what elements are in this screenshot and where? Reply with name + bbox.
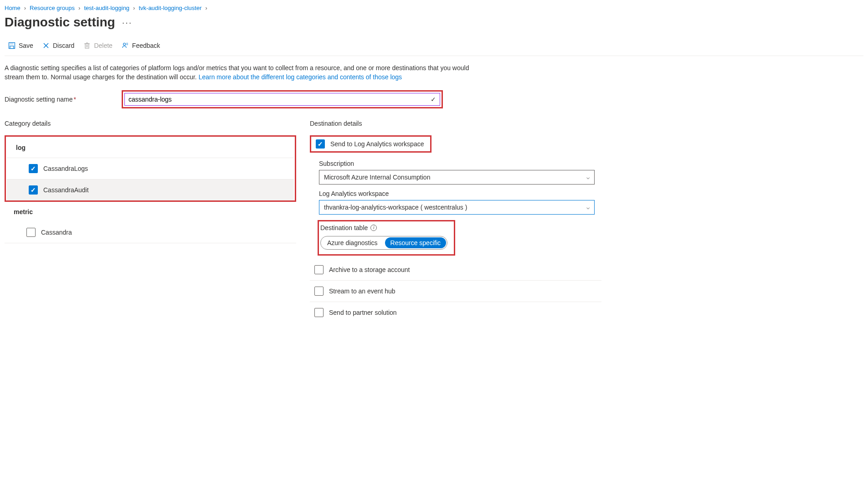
breadcrumb-resource-groups[interactable]: Resource groups bbox=[30, 5, 75, 11]
chevron-right-icon: › bbox=[205, 5, 207, 11]
check-icon: ✓ bbox=[431, 96, 436, 103]
checkbox-send-law[interactable] bbox=[316, 139, 325, 149]
toolbar: Save Discard Delete Feedback bbox=[5, 41, 863, 56]
checkbox-archive[interactable] bbox=[314, 265, 324, 274]
pill-resource-specific[interactable]: Resource specific bbox=[385, 237, 447, 248]
breadcrumb-home[interactable]: Home bbox=[5, 5, 21, 11]
chevron-down-icon: ⌵ bbox=[586, 174, 590, 180]
discard-button[interactable]: Discard bbox=[42, 41, 74, 50]
trash-icon bbox=[83, 42, 91, 49]
metric-label: Cassandra bbox=[41, 229, 72, 236]
save-button[interactable]: Save bbox=[8, 41, 33, 50]
checkbox-cassandra[interactable] bbox=[26, 228, 36, 237]
learn-more-link[interactable]: Learn more about the different log categ… bbox=[199, 73, 402, 81]
svg-rect-1 bbox=[10, 43, 13, 45]
description-text: A diagnostic setting specifies a list of… bbox=[5, 63, 483, 82]
info-icon[interactable]: i bbox=[370, 225, 377, 231]
stream-label: Stream to an event hub bbox=[329, 287, 395, 295]
destination-details-title: Destination details bbox=[310, 120, 601, 127]
setting-name-input[interactable] bbox=[124, 93, 440, 106]
send-law-label: Send to Log Analytics workspace bbox=[330, 140, 424, 148]
svg-point-10 bbox=[123, 43, 125, 46]
breadcrumb: Home › Resource groups › test-audit-logg… bbox=[5, 5, 863, 11]
metric-row-cassandra[interactable]: Cassandra bbox=[5, 222, 296, 243]
category-details-title: Category details bbox=[5, 120, 296, 127]
chevron-right-icon: › bbox=[78, 5, 80, 11]
checkbox-stream[interactable] bbox=[314, 287, 324, 296]
chevron-right-icon: › bbox=[24, 5, 26, 11]
close-icon bbox=[42, 42, 50, 49]
destination-table-toggle[interactable]: Azure diagnostics Resource specific bbox=[320, 236, 447, 250]
breadcrumb-group[interactable]: test-audit-logging bbox=[84, 5, 129, 11]
workspace-label: Log Analytics workspace bbox=[319, 190, 601, 197]
partner-label: Send to partner solution bbox=[329, 309, 397, 316]
checkbox-cassandralogs[interactable] bbox=[29, 164, 38, 173]
partner-row[interactable]: Send to partner solution bbox=[310, 302, 601, 323]
delete-button: Delete bbox=[83, 41, 112, 50]
feedback-icon bbox=[122, 42, 129, 49]
chevron-right-icon: › bbox=[133, 5, 135, 11]
destination-table-label: Destination table bbox=[320, 224, 368, 231]
archive-label: Archive to a storage account bbox=[329, 266, 410, 273]
save-icon bbox=[8, 42, 15, 49]
checkbox-cassandraaudit[interactable] bbox=[29, 185, 38, 195]
checkbox-partner[interactable] bbox=[314, 308, 324, 317]
page-title: Diagnostic setting bbox=[5, 15, 115, 30]
more-actions-button[interactable]: ··· bbox=[122, 17, 133, 28]
subscription-dropdown[interactable]: Microsoft Azure Internal Consumption ⌵ bbox=[319, 170, 595, 185]
svg-rect-5 bbox=[85, 44, 89, 48]
chevron-down-icon: ⌵ bbox=[586, 204, 590, 210]
subscription-label: Subscription bbox=[319, 160, 601, 167]
svg-rect-2 bbox=[10, 46, 14, 49]
log-row-cassandraaudit[interactable]: CassandraAudit bbox=[7, 180, 294, 200]
log-label: CassandraLogs bbox=[43, 165, 88, 172]
workspace-dropdown[interactable]: thvankra-log-analytics-workspace ( westc… bbox=[319, 200, 595, 215]
pill-azure-diagnostics[interactable]: Azure diagnostics bbox=[321, 236, 384, 249]
archive-row[interactable]: Archive to a storage account bbox=[310, 259, 601, 281]
setting-name-label: Diagnostic setting name* bbox=[5, 96, 76, 103]
log-label: CassandraAudit bbox=[43, 186, 89, 194]
breadcrumb-cluster[interactable]: tvk-audit-logging-cluster bbox=[139, 5, 201, 11]
feedback-button[interactable]: Feedback bbox=[122, 41, 160, 50]
metric-group-header: metric bbox=[5, 202, 296, 222]
log-row-cassandralogs[interactable]: CassandraLogs bbox=[7, 158, 294, 180]
stream-row[interactable]: Stream to an event hub bbox=[310, 281, 601, 302]
log-group-header: log bbox=[7, 138, 294, 158]
